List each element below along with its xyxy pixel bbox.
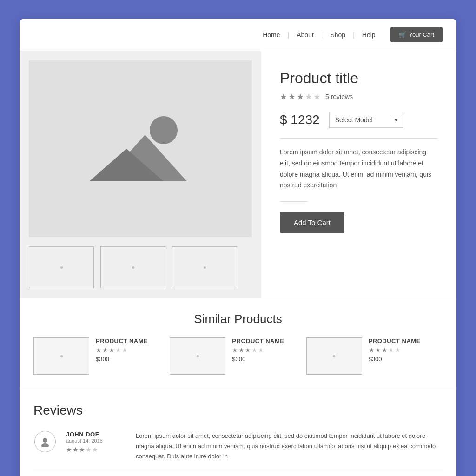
nav-about[interactable]: About xyxy=(289,31,321,39)
reviewer-avatar-1 xyxy=(34,431,56,452)
product-stars: ★ ★ ★ ★ ★ xyxy=(280,92,321,102)
star-1: ★ xyxy=(280,92,287,102)
ss3-1: ★ xyxy=(369,346,375,354)
thumbnail-1[interactable] xyxy=(29,246,94,288)
ss1-5: ★ xyxy=(122,346,128,354)
thumbnail-3[interactable] xyxy=(172,246,237,288)
page-wrapper: Home | About | Shop | Help 🛒 Your Cart xyxy=(20,19,456,476)
model-select[interactable]: Select Model Model A Model B xyxy=(329,112,403,128)
thumbnail-dot-1 xyxy=(60,266,63,269)
rs1-2: ★ xyxy=(73,446,79,453)
reviews-title: Reviews xyxy=(33,403,443,418)
reviews-section: Reviews JOHN DOE august 14, 2018 ★ ★ ★ xyxy=(20,389,456,476)
ss1-4: ★ xyxy=(115,346,121,354)
similar-thumb-2 xyxy=(170,337,225,375)
rs1-1: ★ xyxy=(66,446,72,453)
similar-info-2: PRODUCT NAME ★ ★ ★ ★ ★ $300 xyxy=(232,337,284,363)
nav-shop[interactable]: Shop xyxy=(323,31,353,39)
similar-stars-1: ★ ★ ★ ★ ★ xyxy=(96,346,148,354)
thumbnail-2[interactable] xyxy=(100,246,165,288)
svg-point-3 xyxy=(43,438,47,443)
nav-help[interactable]: Help xyxy=(355,31,383,39)
similar-grid: PRODUCT NAME ★ ★ ★ ★ ★ $300 PR xyxy=(33,337,443,375)
add-to-cart-button[interactable]: Add To Cart xyxy=(280,212,344,233)
ss2-3: ★ xyxy=(245,346,251,354)
rs1-3: ★ xyxy=(79,446,85,453)
similar-thumb-3 xyxy=(306,337,362,375)
navbar: Home | About | Shop | Help 🛒 Your Cart xyxy=(20,19,456,51)
nav-links: Home | About | Shop | Help 🛒 Your Cart xyxy=(255,27,443,42)
similar-title: Similar Products xyxy=(33,312,443,326)
similar-dot-1 xyxy=(60,355,63,357)
reviewer-name-1: JOHN DOE xyxy=(66,431,126,438)
similar-stars-3: ★ ★ ★ ★ ★ xyxy=(369,346,421,354)
similar-stars-2: ★ ★ ★ ★ ★ xyxy=(232,346,284,354)
svg-point-0 xyxy=(150,116,178,144)
similar-section: Similar Products PRODUCT NAME ★ ★ ★ ★ ★ … xyxy=(20,298,456,389)
similar-item-1[interactable]: PRODUCT NAME ★ ★ ★ ★ ★ $300 xyxy=(33,337,170,375)
review-text-1: Lorem ipsum dolor sit amet, consectetur … xyxy=(136,431,443,462)
similar-dot-3 xyxy=(333,355,335,357)
similar-name-1: PRODUCT NAME xyxy=(96,337,148,344)
price-row: $ 1232 Select Model Model A Model B xyxy=(280,112,438,128)
star-5: ★ xyxy=(313,92,321,102)
thumbnail-dot-2 xyxy=(132,266,134,269)
thumbnail-dot-3 xyxy=(204,266,206,269)
ss3-5: ★ xyxy=(395,346,401,354)
ss3-2: ★ xyxy=(375,346,381,354)
similar-item-3[interactable]: PRODUCT NAME ★ ★ ★ ★ ★ $300 xyxy=(306,337,443,375)
product-image-col xyxy=(20,51,261,298)
ss1-2: ★ xyxy=(102,346,108,354)
cart-icon: 🛒 xyxy=(399,31,406,38)
ss2-1: ★ xyxy=(232,346,238,354)
ss2-2: ★ xyxy=(238,346,245,354)
rs1-4: ★ xyxy=(86,446,92,453)
rs1-5: ★ xyxy=(92,446,98,453)
svg-point-4 xyxy=(41,443,49,447)
ss1-3: ★ xyxy=(109,346,115,354)
ss3-4: ★ xyxy=(388,346,394,354)
product-details-col: Product title ★ ★ ★ ★ ★ 5 reviews $ 1232… xyxy=(261,51,456,298)
similar-price-2: $300 xyxy=(232,356,284,363)
product-title: Product title xyxy=(280,70,438,87)
reviewer-avatar-col xyxy=(33,431,57,462)
short-divider xyxy=(280,201,308,202)
cart-button[interactable]: 🛒 Your Cart xyxy=(390,27,443,42)
review-item-1: JOHN DOE august 14, 2018 ★ ★ ★ ★ ★ Lorem… xyxy=(33,431,443,471)
cart-label: Your Cart xyxy=(409,31,434,38)
review-count: 5 reviews xyxy=(325,93,353,100)
star-3: ★ xyxy=(297,92,304,102)
product-section: Product title ★ ★ ★ ★ ★ 5 reviews $ 1232… xyxy=(20,51,456,298)
similar-thumb-1 xyxy=(33,337,89,375)
ss3-3: ★ xyxy=(382,346,388,354)
similar-info-3: PRODUCT NAME ★ ★ ★ ★ ★ $300 xyxy=(369,337,421,363)
similar-price-1: $300 xyxy=(96,356,148,363)
review-stars-1: ★ ★ ★ ★ ★ xyxy=(66,446,126,453)
product-description: Lorem ipsum dolor sit amet, consectetur … xyxy=(280,147,438,191)
reviewer-date-1: august 14, 2018 xyxy=(66,438,126,443)
rating-row: ★ ★ ★ ★ ★ 5 reviews xyxy=(280,92,438,102)
ss2-4: ★ xyxy=(251,346,258,354)
product-divider xyxy=(280,138,438,139)
reviewer-info-1: JOHN DOE august 14, 2018 ★ ★ ★ ★ ★ xyxy=(66,431,126,462)
similar-dot-2 xyxy=(197,355,199,357)
ss2-5: ★ xyxy=(258,346,264,354)
nav-home[interactable]: Home xyxy=(255,31,287,39)
similar-price-3: $300 xyxy=(369,356,421,363)
similar-info-1: PRODUCT NAME ★ ★ ★ ★ ★ $300 xyxy=(96,337,148,363)
thumbnail-row xyxy=(29,246,252,288)
star-2: ★ xyxy=(288,92,296,102)
product-price: $ 1232 xyxy=(280,112,320,127)
star-4: ★ xyxy=(305,92,312,102)
person-icon xyxy=(40,436,50,447)
similar-item-2[interactable]: PRODUCT NAME ★ ★ ★ ★ ★ $300 xyxy=(170,337,306,375)
similar-name-3: PRODUCT NAME xyxy=(369,337,421,344)
similar-name-2: PRODUCT NAME xyxy=(232,337,284,344)
product-image-svg xyxy=(89,107,192,191)
ss1-1: ★ xyxy=(96,346,102,354)
main-product-image xyxy=(29,60,252,237)
